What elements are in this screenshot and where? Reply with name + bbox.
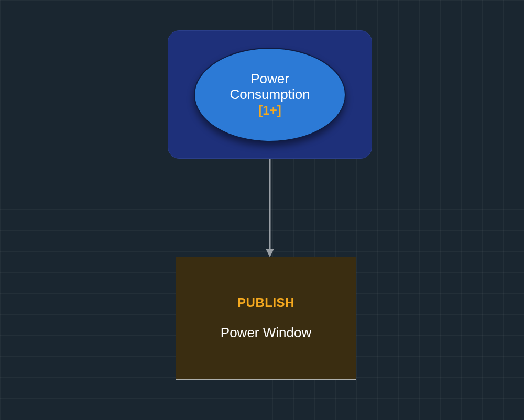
svg-marker-1: [266, 249, 274, 257]
ellipse-power-consumption[interactable]: Power Consumption [1+]: [194, 48, 346, 142]
node-tag: [1+]: [258, 103, 281, 118]
node-title: Power Consumption: [230, 71, 310, 103]
title-line-1: Power: [250, 71, 289, 86]
node-publish[interactable]: PUBLISH Power Window: [176, 257, 356, 380]
title-line-2: Consumption: [230, 86, 310, 102]
node-label: Power Window: [221, 325, 311, 341]
connector-arrow: [265, 159, 275, 258]
node-heading: PUBLISH: [237, 295, 294, 310]
diagram-canvas[interactable]: Power Consumption [1+] PUBLISH Power Win…: [0, 0, 524, 420]
node-power-consumption[interactable]: Power Consumption [1+]: [168, 30, 372, 159]
